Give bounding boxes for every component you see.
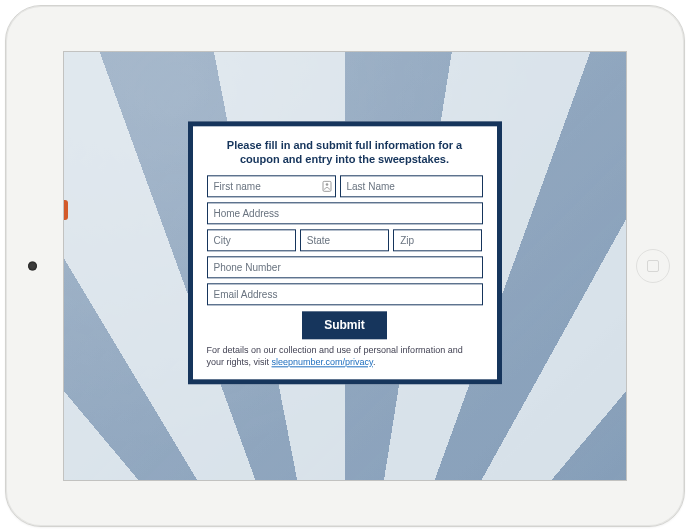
legal-text: For details on our collection and use of… <box>207 346 483 369</box>
svg-point-1 <box>325 183 328 186</box>
first-name-wrap <box>207 176 336 198</box>
camera-icon <box>28 261 37 270</box>
privacy-link[interactable]: sleepnumber.com/privacy <box>272 357 373 367</box>
last-name-input[interactable] <box>340 176 483 198</box>
address-input[interactable] <box>207 203 483 225</box>
email-input[interactable] <box>207 284 483 306</box>
city-state-zip-row <box>207 230 483 252</box>
zip-input[interactable] <box>393 230 482 252</box>
email-row <box>207 284 483 306</box>
phone-row <box>207 257 483 279</box>
form-heading: Please fill in and submit full informati… <box>207 138 483 168</box>
state-input[interactable] <box>300 230 389 252</box>
phone-input[interactable] <box>207 257 483 279</box>
city-input[interactable] <box>207 230 296 252</box>
address-row <box>207 203 483 225</box>
submit-button[interactable]: Submit <box>302 312 387 340</box>
svg-rect-0 <box>323 182 331 192</box>
edge-badge <box>63 200 68 220</box>
first-name-input[interactable] <box>207 176 336 198</box>
tablet-frame: Please fill in and submit full informati… <box>5 5 685 527</box>
home-button[interactable] <box>636 249 670 283</box>
screen: Please fill in and submit full informati… <box>63 51 627 481</box>
legal-suffix: . <box>373 357 376 367</box>
name-row <box>207 176 483 198</box>
autofill-contact-icon <box>322 181 332 193</box>
form-card: Please fill in and submit full informati… <box>188 121 502 384</box>
